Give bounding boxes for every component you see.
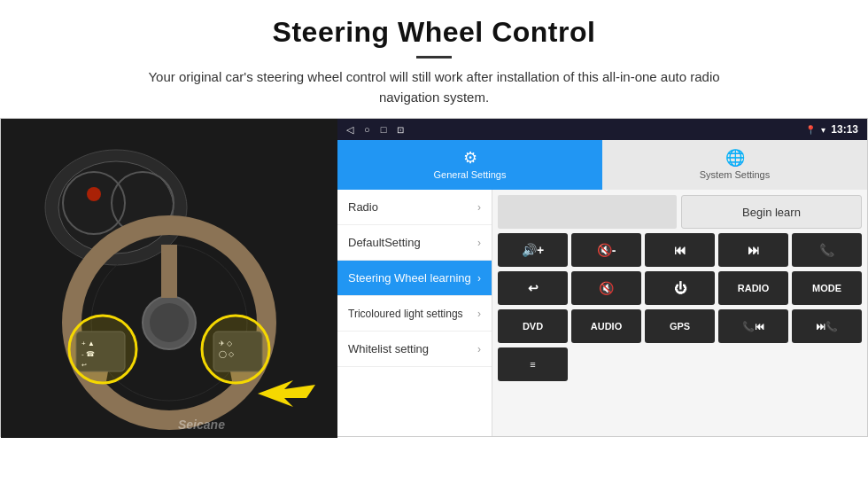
gear-icon: ⚙ (463, 148, 477, 168)
menu-default-label: DefaultSetting (348, 236, 421, 249)
phone-button[interactable]: 📞 (792, 233, 862, 267)
vol-down-icon: 🔇- (597, 243, 616, 257)
arrow-icon: › (477, 201, 481, 214)
mode-button[interactable]: MODE (792, 271, 862, 305)
status-indicators: 📍 ▾ 13:13 (805, 123, 858, 136)
nav-icons: ◁ ○ □ ⊡ (346, 124, 404, 136)
dvd-label: DVD (523, 321, 543, 332)
phone-icon: 📞 (819, 243, 834, 257)
wifi-icon: ▾ (821, 125, 825, 135)
svg-point-20 (69, 316, 136, 383)
radio-label: RADIO (738, 283, 769, 293)
menu-list: Radio › DefaultSetting › Steering Wheel … (337, 190, 492, 436)
page-title: Steering Wheel Control (35, 16, 833, 49)
svg-point-5 (87, 187, 101, 201)
recents-icon[interactable]: □ (381, 124, 387, 135)
phone-next-icon: ⏭📞 (816, 321, 838, 332)
controls-row1: 🔊+ 🔇- ⏮ ⏭ 📞 (498, 233, 862, 267)
radio-button[interactable]: RADIO (718, 271, 788, 305)
screenshot-icon[interactable]: ⊡ (397, 125, 404, 135)
menu-item-steering[interactable]: Steering Wheel learning › (337, 261, 492, 296)
tab-system-label: System Settings (700, 169, 770, 180)
subtitle: Your original car's steering wheel contr… (124, 67, 744, 107)
audio-label: AUDIO (591, 321, 622, 332)
hangup-icon: ↩ (528, 281, 539, 295)
menu-button[interactable]: ≡ (498, 347, 568, 381)
dvd-button[interactable]: DVD (498, 309, 568, 343)
phone-prev-button[interactable]: 📞⏮ (718, 309, 788, 343)
gps-label: GPS (670, 321, 690, 332)
menu-item-radio[interactable]: Radio › (337, 190, 492, 225)
svg-point-9 (150, 303, 189, 342)
tab-general-label: General Settings (434, 169, 507, 180)
prev-track-button[interactable]: ⏮ (645, 233, 715, 267)
vol-up-button[interactable]: 🔊+ (498, 233, 568, 267)
main-panel: Radio › DefaultSetting › Steering Wheel … (337, 190, 867, 436)
empty-input-box (498, 195, 677, 229)
menu-radio-label: Radio (348, 200, 378, 214)
phone-next-button[interactable]: ⏭📞 (792, 309, 862, 343)
menu-tricoloured-label: Tricoloured light settings (348, 308, 463, 320)
gps-button[interactable]: GPS (645, 309, 715, 343)
back-icon[interactable]: ◁ (346, 124, 353, 136)
next-icon: ⏭ (748, 243, 760, 257)
power-button[interactable]: ⏻ (645, 271, 715, 305)
controls-row3: DVD AUDIO GPS 📞⏮ ⏭📞 (498, 309, 862, 343)
arrow-icon: › (477, 308, 481, 320)
header-section: Steering Wheel Control Your original car… (0, 0, 868, 118)
audio-button[interactable]: AUDIO (571, 309, 641, 343)
menu-item-whitelist[interactable]: Whitelist setting › (337, 332, 492, 367)
mute-button[interactable]: 🔇 (571, 271, 641, 305)
menu-item-tricoloured[interactable]: Tricoloured light settings › (337, 296, 492, 332)
status-bar: ◁ ○ □ ⊡ 📍 ▾ 13:13 (337, 119, 867, 140)
menu-item-default[interactable]: DefaultSetting › (337, 225, 492, 261)
mode-label: MODE (812, 283, 841, 293)
tab-bar: ⚙ General Settings 🌐 System Settings (337, 140, 867, 190)
next-track-button[interactable]: ⏭ (718, 233, 788, 267)
prev-icon: ⏮ (674, 243, 686, 257)
power-icon: ⏻ (674, 281, 686, 295)
system-icon: 🌐 (725, 148, 745, 168)
menu-whitelist-label: Whitelist setting (348, 342, 429, 355)
time-display: 13:13 (831, 123, 858, 136)
home-icon[interactable]: ○ (364, 124, 370, 135)
begin-learn-button[interactable]: Begin learn (681, 195, 862, 229)
phone-prev-icon: 📞⏮ (742, 321, 764, 332)
tab-general[interactable]: ⚙ General Settings (337, 140, 602, 190)
location-icon: 📍 (805, 125, 816, 135)
menu-steering-label: Steering Wheel learning (348, 271, 471, 285)
tab-system[interactable]: 🌐 System Settings (602, 140, 867, 190)
arrow-icon: › (477, 343, 481, 355)
page-container: Steering Wheel Control Your original car… (0, 0, 868, 437)
controls-top-row: Begin learn (498, 195, 862, 229)
arrow-icon: › (477, 272, 481, 285)
android-panel: ◁ ○ □ ⊡ 📍 ▾ 13:13 ⚙ General Settings (337, 119, 867, 436)
steering-image: + ▲ - ☎ ↩ ✈ ◇ ◯ ◇ Seicane (1, 119, 337, 438)
vol-down-button[interactable]: 🔇- (571, 233, 641, 267)
mute-icon: 🔇 (599, 281, 614, 295)
svg-point-21 (202, 316, 269, 383)
content-area: + ▲ - ☎ ↩ ✈ ◇ ◯ ◇ Seicane ◁ (0, 118, 868, 437)
vol-up-icon: 🔊+ (522, 243, 544, 257)
arrow-icon: › (477, 237, 481, 249)
svg-text:Seicane: Seicane (178, 418, 225, 432)
hangup-button[interactable]: ↩ (498, 271, 568, 305)
menu-icon: ≡ (530, 359, 535, 370)
title-divider (416, 56, 452, 59)
controls-row4: ≡ (498, 347, 862, 381)
controls-row2: ↩ 🔇 ⏻ RADIO MODE (498, 271, 862, 305)
controls-area: Begin learn 🔊+ 🔇- ⏮ (492, 190, 867, 436)
